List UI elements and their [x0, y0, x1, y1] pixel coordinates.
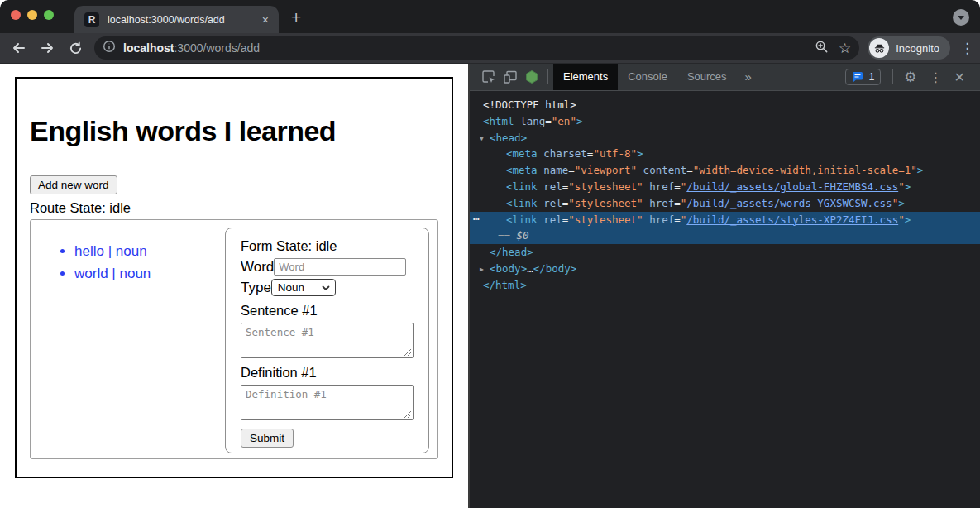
code-token: > [576, 115, 583, 127]
code-line[interactable]: …<link rel="stylesheet" href="/build/_as… [470, 212, 980, 228]
code-token: = [568, 164, 575, 176]
code-line[interactable]: <meta charset="utf-8"> [470, 146, 980, 162]
site-info-icon[interactable] [103, 40, 116, 56]
issues-badge[interactable]: 1 [845, 69, 881, 85]
word-link[interactable]: hello | noun [74, 243, 147, 259]
inspect-element-button[interactable] [478, 66, 500, 88]
address-bar[interactable]: localhost:3000/words/add ☆ [94, 36, 859, 60]
tab-search-button[interactable] [953, 9, 969, 26]
chevron-down-icon [322, 285, 330, 291]
word-input[interactable] [274, 258, 406, 276]
definition-textarea[interactable] [241, 385, 414, 420]
code-token: > [905, 180, 911, 193]
settings-gear-icon[interactable]: ⚙ [898, 70, 922, 84]
tab-strip: R localhost:3000/words/add × + [0, 0, 980, 33]
code-line[interactable]: </head> [470, 244, 980, 261]
device-toggle-icon [503, 69, 518, 84]
code-line[interactable]: ▶<body>…</body> [470, 261, 980, 277]
code-token: href [649, 213, 674, 226]
reload-icon [69, 41, 83, 55]
elements-tree: <!DOCTYPE html><html lang="en">▼<head><m… [470, 91, 980, 508]
code-token: > [637, 147, 643, 160]
devtools-toolbar: ElementsConsoleSources » 1 ⚙ ⋮ ✕ [470, 64, 980, 91]
route-state-text: Route State: idle [30, 200, 438, 216]
code-token: == [498, 229, 517, 242]
code-token: <body> [490, 262, 527, 275]
line-options-icon[interactable]: … [473, 208, 480, 225]
device-toolbar-button[interactable] [500, 66, 521, 88]
code-token: " [898, 213, 905, 226]
close-window-button[interactable] [11, 10, 21, 20]
code-line[interactable]: <link rel="stylesheet" href="/build/_ass… [470, 195, 980, 212]
devtools-menu-button[interactable]: ⋮ [923, 69, 949, 85]
code-line[interactable]: <!DOCTYPE html> [470, 97, 980, 113]
extension-hexagon-icon[interactable] [521, 66, 543, 88]
submit-button[interactable]: Submit [241, 429, 294, 448]
url-text: localhost:3000/words/add [123, 41, 808, 55]
code-line[interactable]: <link rel="stylesheet" href="/build/_ass… [470, 179, 980, 195]
code-token: " [898, 180, 905, 193]
code-token: = [545, 115, 552, 127]
code-line[interactable]: <html lang="en"> [470, 113, 980, 130]
code-token: "width=device-width,initial-scale=1" [693, 164, 917, 176]
browser-toolbar: localhost:3000/words/add ☆ Incognito ⋮ [0, 33, 980, 64]
new-tab-button[interactable]: + [291, 7, 301, 27]
code-token: > [917, 164, 924, 176]
code-line[interactable]: ▼<head> [470, 130, 980, 146]
type-select[interactable]: Noun [271, 279, 336, 296]
back-button[interactable] [8, 37, 30, 59]
url-path: :3000/words/add [174, 41, 260, 55]
code-token: … [527, 262, 533, 275]
disclosure-expanded-icon[interactable]: ▼ [480, 131, 484, 147]
code-line[interactable]: <meta name="viewport" content="width=dev… [470, 162, 980, 179]
devtools-tab-console[interactable]: Console [618, 64, 677, 90]
code-token: > [898, 197, 905, 209]
minimize-window-button[interactable] [27, 10, 37, 20]
form-state-text: Form State: idle [241, 237, 414, 255]
reload-button[interactable] [65, 37, 86, 59]
code-token: <meta [506, 164, 538, 176]
maximize-window-button[interactable] [44, 10, 54, 20]
code-token: lang [520, 115, 545, 127]
code-token: "en" [552, 115, 576, 127]
code-token: </html> [483, 279, 527, 291]
code-token: content [643, 164, 687, 176]
toolbar-divider [892, 69, 893, 84]
type-select-value: Noun [278, 281, 304, 294]
code-line[interactable]: == $0 [470, 228, 980, 244]
code-token [643, 213, 650, 226]
incognito-badge[interactable]: Incognito [868, 36, 950, 60]
code-token: rel [543, 213, 562, 226]
code-token: "utf-8" [593, 147, 637, 160]
incognito-icon [869, 38, 889, 58]
code-line[interactable]: </html> [470, 277, 980, 294]
code-token: <link [506, 180, 538, 193]
code-token: "stylesheet" [568, 197, 643, 209]
devtools-tab-sources[interactable]: Sources [677, 64, 737, 90]
devtools-tab-elements[interactable]: Elements [553, 64, 618, 90]
code-token: </body> [533, 262, 577, 275]
sentence-textarea[interactable] [241, 323, 414, 358]
forward-button[interactable] [36, 37, 58, 59]
word-link[interactable]: world | noun [74, 266, 151, 281]
web-page: English words I learned Add new word Rou… [0, 64, 468, 508]
code-token: href [649, 180, 674, 193]
more-tabs-button[interactable]: » [737, 64, 760, 90]
code-token: <meta [506, 147, 538, 160]
disclosure-collapsed-icon[interactable]: ▶ [480, 261, 484, 278]
code-token: rel [543, 180, 562, 193]
tab-close-icon[interactable]: × [262, 13, 269, 26]
remix-favicon-icon: R [84, 12, 99, 27]
bookmark-star-icon[interactable]: ☆ [839, 41, 851, 55]
devtools-close-button[interactable]: ✕ [949, 69, 972, 85]
issues-count: 1 [868, 71, 874, 83]
zoom-indicator-icon[interactable] [815, 40, 829, 57]
arrow-right-icon [40, 41, 55, 55]
code-token: $0 [517, 229, 529, 242]
devtools-tabs: ElementsConsoleSources [553, 64, 737, 90]
add-new-word-button[interactable]: Add new word [30, 175, 117, 194]
browser-menu-button[interactable]: ⋮ [960, 40, 972, 57]
code-token: = [686, 164, 693, 176]
browser-tab[interactable]: R localhost:3000/words/add × [74, 6, 279, 33]
code-token: /build/_assets/words-YGXSWCSW.css [686, 197, 892, 209]
